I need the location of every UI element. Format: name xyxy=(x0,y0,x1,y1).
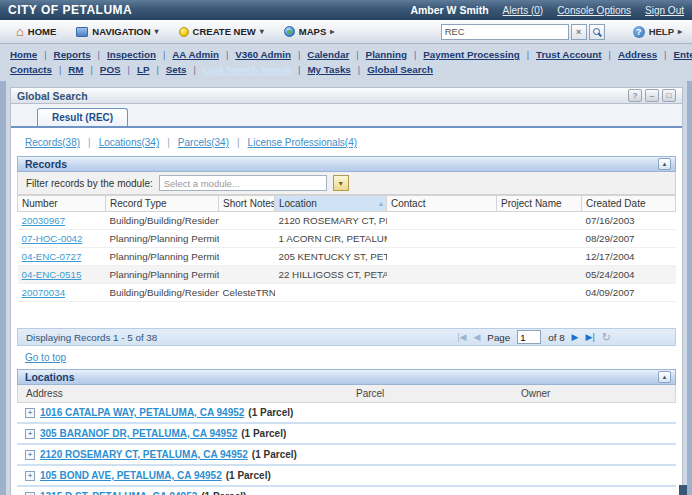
expand-icon[interactable]: + xyxy=(25,471,35,481)
nav-link-planning[interactable]: Planning xyxy=(366,49,407,60)
nav-link-home[interactable]: Home xyxy=(10,49,37,60)
location-address-link[interactable]: 305 BARANOF DR, PETALUMA, CA 94952 xyxy=(40,428,237,439)
record-type-cell: Planning/Planning Permit/HOM... xyxy=(106,230,219,248)
tab-result-rec[interactable]: Result (REC) xyxy=(37,108,128,126)
short-notes-cell xyxy=(219,266,275,284)
refresh-icon[interactable] xyxy=(602,331,611,344)
record-number-link[interactable]: 20070034 xyxy=(22,287,66,298)
parcels-count-link[interactable]: Parcels(34) xyxy=(178,137,229,148)
panel-minimize-button[interactable]: – xyxy=(645,89,659,102)
home-button[interactable]: HOME xyxy=(10,22,66,41)
panel-title: Global Search xyxy=(17,90,88,102)
expand-icon[interactable]: + xyxy=(25,429,35,439)
module-select-dropdown-button[interactable]: ▾ xyxy=(333,175,349,191)
nav-link-contacts[interactable]: Contacts xyxy=(10,64,52,75)
column-header-owner[interactable]: Owner xyxy=(513,385,675,402)
create-new-icon xyxy=(179,27,189,37)
nav-link-my-tasks[interactable]: My Tasks xyxy=(307,64,350,75)
records-table: Number Record Type Short Notes Location … xyxy=(17,195,676,302)
titlebar-right: Amber W Smith Alerts (0) Console Options… xyxy=(410,4,684,16)
quick-search-input[interactable] xyxy=(441,24,569,40)
column-header-record-type[interactable]: Record Type xyxy=(106,196,219,212)
logged-in-user: Amber W Smith xyxy=(410,4,488,16)
last-page-icon[interactable]: ▶| xyxy=(586,332,595,342)
panel-help-button[interactable]: ? xyxy=(628,89,642,102)
nav-link-rm[interactable]: RM xyxy=(68,64,83,75)
help-menu-button[interactable]: ? HELP ▸ xyxy=(633,26,682,38)
parcel-count-label: (1 Parcel) xyxy=(201,491,246,495)
nav-link-inspection[interactable]: Inspection xyxy=(107,49,156,60)
console-options-link[interactable]: Console Options xyxy=(557,5,631,16)
nav-link-global-search[interactable]: Global Search xyxy=(367,64,433,75)
column-header-parcel[interactable]: Parcel xyxy=(348,385,513,402)
locations-count-link[interactable]: Locations(34) xyxy=(99,137,160,148)
record-number-link[interactable]: 04-ENC-0515 xyxy=(22,269,82,280)
column-header-created-date[interactable]: Created Date xyxy=(582,196,676,212)
nav-link-aa-admin[interactable]: AA Admin xyxy=(172,49,219,60)
previous-page-icon[interactable]: ◀ xyxy=(473,332,480,342)
go-to-top-link[interactable]: Go to top xyxy=(25,352,66,363)
column-header-address[interactable]: Address xyxy=(18,385,348,402)
run-search-button[interactable] xyxy=(589,24,605,40)
nav-link-lp[interactable]: LP xyxy=(137,64,150,75)
sign-out-link[interactable]: Sign Out xyxy=(645,5,684,16)
column-header-project-name[interactable]: Project Name xyxy=(497,196,582,212)
project-name-cell xyxy=(497,284,582,302)
location-address-link[interactable]: 1315 D ST, PETALUMA, CA 94952 xyxy=(40,491,197,495)
nav-link-address[interactable]: Address xyxy=(618,49,657,60)
nav-separator: | xyxy=(356,50,358,60)
record-number-link[interactable]: 07-HOC-0042 xyxy=(22,233,83,244)
column-header-short-notes[interactable]: Short Notes xyxy=(219,196,275,212)
location-address-link[interactable]: 2120 ROSEMARY CT, PETALUMA, CA 94952 xyxy=(40,449,248,460)
record-number-link[interactable]: 20030967 xyxy=(22,215,66,226)
nav-link-last-search-result[interactable]: Last Search Result xyxy=(203,64,291,75)
record-type-cell: Planning/Planning Permit/ENCR... xyxy=(106,248,219,266)
expand-icon[interactable]: + xyxy=(25,492,35,495)
clear-search-button[interactable] xyxy=(571,24,587,40)
column-header-location[interactable]: Location xyxy=(275,196,387,212)
toolbar: HOME NAVIGATION ▾ CREATE NEW ▾ MAPS ▸ xyxy=(0,20,692,44)
locations-collapse-button[interactable]: ▴ xyxy=(658,371,671,383)
page-number-input[interactable] xyxy=(517,330,541,344)
record-number-link[interactable]: 04-ENC-0727 xyxy=(22,251,82,262)
nav-separator: | xyxy=(193,65,195,75)
list-item: + 2120 ROSEMARY CT, PETALUMA, CA 94952 (… xyxy=(17,445,676,466)
home-icon xyxy=(16,24,24,39)
nav-link-v360-admin[interactable]: V360 Admin xyxy=(235,49,291,60)
create-new-menu-button[interactable]: CREATE NEW ▾ xyxy=(173,24,274,39)
locations-section-header: Locations ▴ xyxy=(17,369,676,385)
nav-link-enterprise-view[interactable]: Enterprise View xyxy=(673,49,692,60)
location-address-link[interactable]: 105 BOND AVE, PETALUMA, CA 94952 xyxy=(40,470,222,481)
panel-close-button[interactable]: □ xyxy=(662,89,676,102)
column-header-number[interactable]: Number xyxy=(18,196,106,212)
module-select[interactable]: Select a module... xyxy=(159,175,327,191)
expand-icon[interactable]: + xyxy=(25,450,35,460)
records-count-link[interactable]: Records(38) xyxy=(25,137,80,148)
nav-link-pos[interactable]: POS xyxy=(100,64,121,75)
nav-link-calendar[interactable]: Calendar xyxy=(307,49,349,60)
records-collapse-button[interactable]: ▴ xyxy=(658,158,671,170)
expand-icon[interactable]: + xyxy=(25,408,35,418)
nav-link-payment-processing[interactable]: Payment Processing xyxy=(423,49,519,60)
navigation-menu-button[interactable]: NAVIGATION ▾ xyxy=(70,24,168,39)
nav-separator: | xyxy=(298,65,300,75)
contact-cell xyxy=(387,212,497,230)
next-page-icon[interactable]: ▶ xyxy=(572,332,579,342)
location-cell: 22 HILLIGOSS CT, PETALUMA... xyxy=(275,266,387,284)
alerts-link[interactable]: Alerts (0) xyxy=(503,5,544,16)
nav-separator: | xyxy=(414,50,416,60)
first-page-icon[interactable]: |◀ xyxy=(457,332,466,342)
nav-link-sets[interactable]: Sets xyxy=(166,64,187,75)
records-section: Records ▴ Filter records by the module: … xyxy=(17,156,676,369)
table-row: 20070034 Building/Building/Residential/A… xyxy=(18,284,676,302)
maps-menu-button[interactable]: MAPS ▸ xyxy=(278,24,344,39)
nav-link-trust-account[interactable]: Trust Account xyxy=(536,49,602,60)
help-button-label: HELP xyxy=(649,26,674,37)
short-notes-cell: CelesteTRNG... xyxy=(219,284,275,302)
license-professionals-count-link[interactable]: License Professionals(4) xyxy=(248,137,358,148)
column-header-contact[interactable]: Contact xyxy=(387,196,497,212)
list-item: + 105 BOND AVE, PETALUMA, CA 94952 (1 Pa… xyxy=(17,466,676,487)
nav-link-reports[interactable]: Reports xyxy=(54,49,91,60)
navigation-button-label: NAVIGATION xyxy=(92,26,150,37)
location-address-link[interactable]: 1016 CATALPA WAY, PETALUMA, CA 94952 xyxy=(40,407,244,418)
